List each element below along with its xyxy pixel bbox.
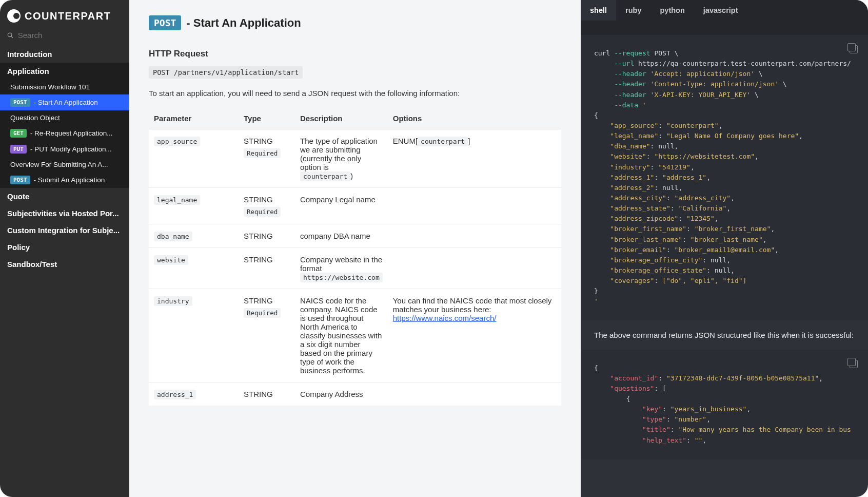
http-endpoint: POST /partners/v1/application/start [149,66,303,79]
logo: COUNTERPART [0,0,129,27]
copy-icon[interactable] [850,360,858,368]
param-type: STRING [244,195,290,204]
param-options [388,383,561,406]
required-badge: Required [244,308,281,318]
page-title: POST - Start An Application [149,15,561,30]
sidebar-item-label: - Re-Request Application... [30,129,113,137]
nav-custom-integration[interactable]: Custom Integration for Subje... [0,222,129,239]
copy-icon[interactable] [850,45,858,53]
required-badge: Required [244,148,281,158]
method-badge-post: POST [10,98,30,107]
nav-policy[interactable]: Policy [0,239,129,256]
response-code: { "account_id": "37172348-ddc7-439f-8056… [581,350,868,459]
param-options: You can find the NAICS code that most cl… [388,289,561,383]
table-row: app_sourceSTRINGRequiredThe type of appl… [149,129,561,188]
section-http-request: HTTP Request [149,49,561,59]
tab-python[interactable]: python [650,0,694,21]
sidebar-item-label: - Start An Application [34,99,98,106]
intro-paragraph: To start an application, you will need t… [149,89,498,98]
method-badge-post: POST [10,176,30,184]
param-type: STRING [244,137,290,145]
param-description: company DBA name [295,224,388,248]
param-description: Company website in the format https://we… [295,248,388,289]
sidebar-item-label: - PUT Modify Application... [30,145,112,153]
required-badge: Required [244,207,281,217]
tab-ruby[interactable]: ruby [616,0,650,21]
table-row: websiteSTRINGCompany website in the form… [149,248,561,289]
param-description: NAICS code for the company. NAICS code i… [295,289,388,383]
param-type: STRING [244,296,290,305]
col-type: Type [239,108,295,129]
table-row: industrySTRINGRequiredNAICS code for the… [149,289,561,383]
sidebar-item-question-object[interactable]: Question Object [0,110,129,125]
param-name: website [154,255,188,265]
param-name: address_1 [154,390,196,399]
param-options [388,224,561,248]
col-description: Description [295,108,388,129]
search-icon [7,32,14,39]
title-text: - Start An Application [186,16,301,30]
param-name: legal_name [154,195,200,205]
method-badge-put: PUT [10,145,27,154]
param-options [388,248,561,289]
method-badge-get: GET [10,129,27,138]
logo-text: COUNTERPART [25,10,111,22]
param-description: Company Address [295,383,388,406]
nav-quote[interactable]: Quote [0,188,129,205]
param-options: ENUM[counterpart] [388,129,561,188]
main-content: POST - Start An Application HTTP Request… [129,0,581,497]
col-parameter: Parameter [149,108,239,129]
sidebar-item-submit[interactable]: POST - Submit An Application [0,172,129,188]
param-name: dba_name [154,232,192,241]
param-description: Company Legal name [295,188,388,224]
search-input[interactable] [18,31,122,40]
nav-application[interactable]: Application [0,63,129,80]
method-badge-post: POST [149,15,181,30]
logo-icon [7,9,21,23]
table-row: address_1STRINGCompany Address [149,383,561,406]
parameters-table: Parameter Type Description Options app_s… [149,108,561,406]
param-name: industry [154,296,192,306]
table-row: legal_nameSTRINGRequiredCompany Legal na… [149,188,561,224]
response-note: The above command returns JSON structure… [581,320,868,350]
nav-introduction[interactable]: Introduction [0,46,129,63]
param-type: STRING [244,255,290,264]
code-pane: shell ruby python javascript curl --requ… [581,0,868,497]
naics-link[interactable]: https://www.naics.com/search/ [393,314,497,322]
param-name: app_source [154,137,200,146]
tab-javascript[interactable]: javascript [694,0,747,21]
search[interactable] [0,27,129,46]
sidebar-item-overview[interactable]: Overview For Submitting An A... [0,157,129,172]
sidebar-item-rerequest[interactable]: GET - Re-Request Application... [0,125,129,141]
sidebar: COUNTERPART Introduction Application Sub… [0,0,129,497]
param-type: STRING [244,232,290,240]
param-type: STRING [244,390,290,398]
param-description: The type of application we are submittin… [295,129,388,188]
nav-sandbox[interactable]: Sandbox/Test [0,256,129,273]
sidebar-item-put-modify[interactable]: PUT - PUT Modify Application... [0,141,129,157]
table-row: dba_nameSTRINGcompany DBA name [149,224,561,248]
sidebar-item-label: - Submit An Application [34,176,105,184]
col-options: Options [388,108,561,129]
tab-spacer [581,21,868,35]
tab-shell[interactable]: shell [581,0,616,21]
param-options [388,188,561,224]
sidebar-item-workflow[interactable]: Submission Workflow 101 [0,80,129,94]
language-tabs: shell ruby python javascript [581,0,868,21]
nav-subjectivities[interactable]: Subjectivities via Hosted Por... [0,205,129,222]
nav: Introduction Application Submission Work… [0,46,129,273]
sidebar-item-start-application[interactable]: POST - Start An Application [0,94,129,110]
request-code: curl --request POST \ --url https://qa-c… [581,35,868,320]
